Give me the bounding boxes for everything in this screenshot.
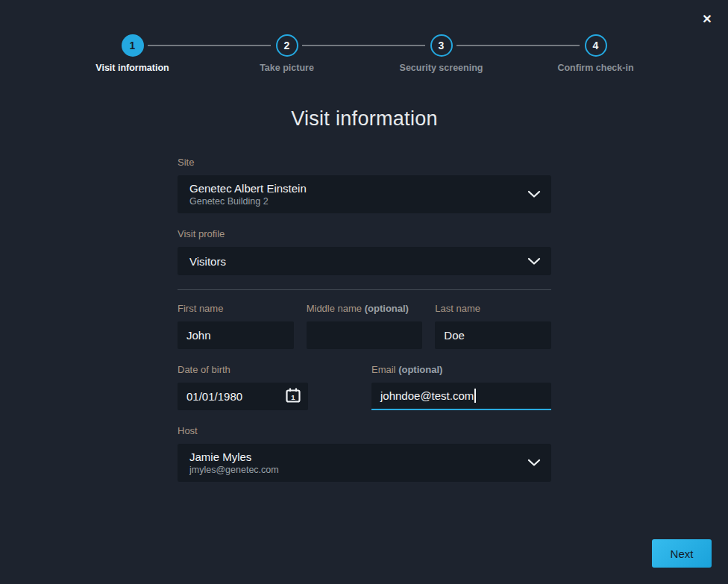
- email-label: Email (optional): [371, 364, 551, 375]
- date-of-birth-wrap: 1: [178, 383, 308, 410]
- wizard-stepper: 1 Visit information 2 Take picture 3 Sec…: [55, 34, 673, 79]
- step-confirm-check-in[interactable]: 4 Confirm check-in: [518, 34, 673, 73]
- step-2-label: Take picture: [260, 63, 314, 73]
- step-security-screening[interactable]: 3 Security screening: [364, 34, 518, 73]
- step-4-label: Confirm check-in: [557, 63, 633, 73]
- stepper-connector: [148, 45, 271, 46]
- email-value: johndoe@test.com: [380, 389, 474, 402]
- visitor-checkin-dialog: { "window": { "close_icon": "✕" }, "step…: [0, 0, 728, 584]
- chevron-down-icon: [527, 257, 541, 266]
- calendar-icon: 1: [285, 387, 301, 406]
- visit-profile-selected-value: Visitors: [189, 254, 527, 269]
- step-2-circle: 2: [276, 34, 298, 57]
- middle-name-field[interactable]: [307, 321, 423, 349]
- first-name-field[interactable]: [178, 321, 294, 349]
- host-label: Host: [178, 425, 198, 436]
- close-icon[interactable]: ✕: [698, 10, 716, 28]
- host-selected-secondary: jmyles@genetec.com: [189, 464, 527, 476]
- middle-name-label: Middle name (optional): [307, 303, 423, 314]
- step-1-circle: 1: [122, 34, 144, 57]
- optional-suffix: (optional): [365, 303, 409, 314]
- site-selected-secondary: Genetec Building 2: [189, 195, 527, 207]
- calendar-icon-button[interactable]: 1: [283, 388, 303, 405]
- optional-suffix: (optional): [398, 364, 442, 375]
- step-4-circle: 4: [585, 34, 607, 57]
- stepper-connector: [302, 45, 425, 46]
- chevron-down-icon: [527, 190, 541, 198]
- section-divider: [178, 289, 551, 290]
- date-of-birth-label: Date of birth: [178, 364, 308, 375]
- step-visit-information[interactable]: 1 Visit information: [55, 34, 210, 73]
- next-button[interactable]: Next: [652, 539, 712, 568]
- step-1-label: Visit information: [95, 63, 169, 73]
- step-take-picture[interactable]: 2 Take picture: [210, 34, 364, 73]
- step-3-label: Security screening: [400, 63, 483, 73]
- first-name-label: First name: [178, 303, 294, 314]
- stepper-connector: [456, 45, 580, 46]
- svg-text:1: 1: [291, 393, 295, 401]
- page-title: Visit information: [178, 107, 551, 131]
- host-select[interactable]: Jamie Myles jmyles@genetec.com: [178, 444, 551, 482]
- visit-profile-select[interactable]: Visitors: [178, 247, 551, 275]
- last-name-label: Last name: [435, 303, 551, 314]
- site-selected-value: Genetec Albert Einstein: [189, 181, 527, 195]
- site-label: Site: [178, 157, 194, 168]
- email-field[interactable]: johndoe@test.com: [371, 383, 551, 410]
- text-cursor: [474, 389, 476, 403]
- step-3-circle: 3: [430, 34, 453, 57]
- chevron-down-icon: [527, 459, 541, 467]
- visit-profile-label: Visit profile: [178, 228, 225, 239]
- host-selected-value: Jamie Myles: [189, 450, 527, 464]
- site-select[interactable]: Genetec Albert Einstein Genetec Building…: [178, 175, 551, 213]
- last-name-field[interactable]: [435, 321, 551, 349]
